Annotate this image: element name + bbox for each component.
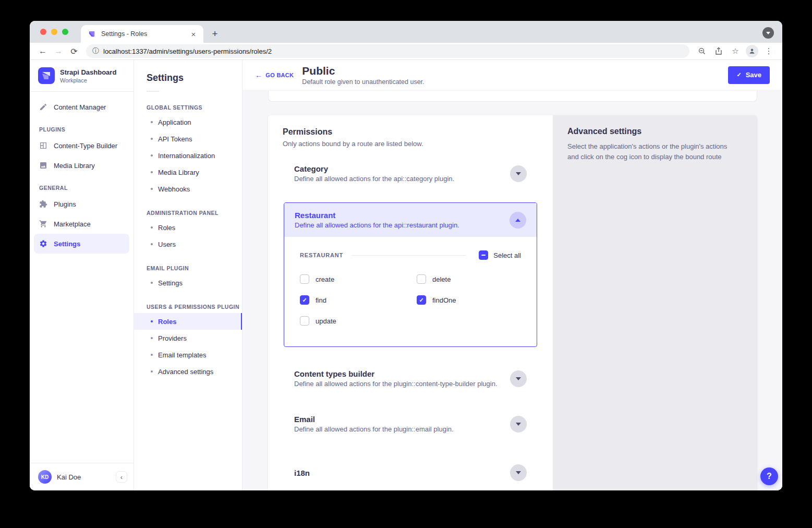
user-name: Kai Doe (57, 473, 111, 481)
subnav-item-email-settings[interactable]: Settings (134, 274, 242, 291)
expand-email-button[interactable] (510, 416, 527, 433)
profile-avatar[interactable] (745, 44, 759, 58)
zoom-icon[interactable] (695, 44, 709, 58)
subnav-item-label: Application (158, 118, 191, 126)
find-checkbox[interactable]: ✓ (300, 295, 309, 305)
sidebar-section-general: GENERAL (39, 185, 134, 191)
check-icon: ✓ (419, 297, 423, 303)
update-checkbox[interactable]: ✓ (300, 316, 309, 326)
forward-button[interactable]: → (52, 44, 65, 58)
minimize-window-button[interactable] (51, 29, 57, 35)
sidebar-item-label: Plugins (54, 200, 76, 208)
tab-strip: Settings - Roles × + (30, 21, 782, 43)
subnav-item-admin-roles[interactable]: Roles (134, 219, 242, 236)
subnav-section-users-permissions-plugin: USERS & PERMISSIONS PLUGIN (147, 304, 242, 310)
bookmark-star-icon[interactable]: ☆ (729, 44, 742, 58)
bullet-icon (151, 370, 153, 373)
sidebar-item-label: Media Library (54, 162, 95, 170)
subnav-item-up-roles[interactable]: Roles (134, 313, 242, 330)
user-avatar[interactable]: KD (38, 470, 52, 484)
section-name: Restaurant (295, 211, 459, 220)
divider (352, 255, 466, 256)
help-button[interactable]: ? (760, 467, 778, 485)
subnav-item-email-templates[interactable]: Email templates (134, 346, 242, 363)
share-icon[interactable] (712, 44, 725, 58)
section-name: Category (294, 164, 454, 173)
action-delete[interactable]: ✓ delete (417, 274, 456, 284)
maximize-window-button[interactable] (62, 29, 68, 35)
reload-button[interactable]: ⟳ (67, 44, 81, 58)
collapse-sidebar-button[interactable]: ‹ (116, 471, 127, 483)
action-update[interactable]: ✓ update (300, 316, 417, 326)
action-label: delete (432, 275, 451, 283)
sidebar-item-media-library[interactable]: Media Library (34, 155, 129, 175)
subnav-section-email-plugin: EMAIL PLUGIN (147, 265, 242, 271)
subnav-item-label: Roles (158, 318, 176, 326)
subnav-item-internationalization[interactable]: Internationalization (134, 147, 242, 164)
subnav-item-media-library[interactable]: Media Library (134, 164, 242, 181)
sidebar-item-marketplace[interactable]: Marketplace (34, 214, 129, 234)
subnav-item-label: Settings (158, 279, 183, 287)
permission-section-email: Email Define all allowed actions for the… (268, 415, 553, 433)
strapi-logo (38, 67, 55, 84)
section-description: Define all allowed actions for the plugi… (294, 425, 454, 433)
url-text: localhost:1337/admin/settings/users-perm… (103, 47, 272, 55)
sidebar-item-label: Marketplace (54, 220, 91, 228)
collapse-restaurant-button[interactable] (510, 212, 526, 229)
sidebar-item-plugins[interactable]: Plugins (34, 194, 129, 214)
section-description: Define all allowed actions for the plugi… (294, 380, 498, 388)
advanced-settings-panel: Advanced settings Select the application… (553, 115, 757, 490)
sidebar-item-content-type-builder[interactable]: Content-Type Builder (34, 136, 129, 155)
permission-section-i18n: i18n (268, 464, 553, 481)
expand-i18n-button[interactable] (510, 464, 527, 481)
site-info-icon[interactable]: ⓘ (92, 46, 99, 56)
expand-category-button[interactable] (510, 165, 527, 182)
browser-menu-icon[interactable]: ⋮ (762, 44, 775, 58)
findOne-checkbox[interactable]: ✓ (417, 295, 426, 305)
back-button[interactable]: ← (36, 44, 50, 58)
bullet-icon (151, 226, 153, 229)
sidebar-item-settings[interactable]: Settings (34, 234, 129, 254)
browser-tab[interactable]: Settings - Roles × (81, 25, 203, 43)
subnav-item-providers[interactable]: Providers (134, 330, 242, 346)
sidebar-item-content-manager[interactable]: Content Manager (34, 97, 129, 117)
subnav-item-application[interactable]: Application (134, 114, 242, 130)
action-create[interactable]: ✓ create (300, 274, 417, 284)
layout-icon (39, 141, 47, 150)
action-findOne[interactable]: ✓ findOne (417, 295, 456, 305)
bullet-icon (151, 337, 153, 339)
subnav-item-advanced-settings[interactable]: Advanced settings (134, 363, 242, 380)
chevron-down-icon (516, 172, 521, 175)
subnav-item-admin-users[interactable]: Users (134, 236, 242, 253)
permission-section-restaurant: Restaurant Define all allowed actions fo… (284, 202, 537, 347)
section-description: Define all allowed actions for the api::… (294, 175, 454, 183)
section-name: i18n (294, 469, 310, 477)
close-window-button[interactable] (40, 29, 46, 35)
select-all-checkbox[interactable] (479, 250, 488, 260)
subnav-item-api-tokens[interactable]: API Tokens (134, 130, 242, 147)
tab-search-menu-button[interactable] (762, 27, 774, 39)
subnav-item-webhooks[interactable]: Webhooks (134, 181, 242, 197)
expand-content-types-builder-button[interactable] (510, 370, 527, 387)
delete-checkbox[interactable]: ✓ (417, 274, 426, 284)
new-tab-button[interactable]: + (208, 27, 222, 41)
save-button[interactable]: ✓ Save (728, 66, 770, 84)
action-find[interactable]: ✓ find (300, 295, 417, 305)
actions-grid: ✓ create ✓ delete ✓ find (300, 274, 521, 326)
close-tab-icon[interactable]: × (189, 29, 198, 39)
section-description: Define all allowed actions for the api::… (295, 221, 459, 229)
pencil-icon (39, 103, 47, 111)
permissions-panel: Permissions Only actions bound by a rout… (268, 115, 553, 490)
subnav-section-administration-panel: ADMINISTRATION PANEL (147, 210, 242, 216)
subnav-section-global-settings: GLOBAL SETTINGS (147, 104, 242, 111)
workspace-switcher[interactable]: Strapi Dashboard Workplace (30, 60, 134, 92)
address-bar[interactable]: ⓘ localhost:1337/admin/settings/users-pe… (86, 44, 689, 58)
create-checkbox[interactable]: ✓ (300, 274, 309, 284)
go-back-link[interactable]: ← GO BACK (255, 71, 294, 79)
page-title: Public (302, 65, 424, 77)
cart-icon (39, 220, 47, 228)
app-name: Strapi Dashboard (60, 68, 116, 76)
subnav-item-label: Providers (158, 334, 187, 342)
back-arrow-icon: ← (255, 71, 262, 79)
page-subtitle: Default role given to unauthenticated us… (302, 78, 424, 86)
